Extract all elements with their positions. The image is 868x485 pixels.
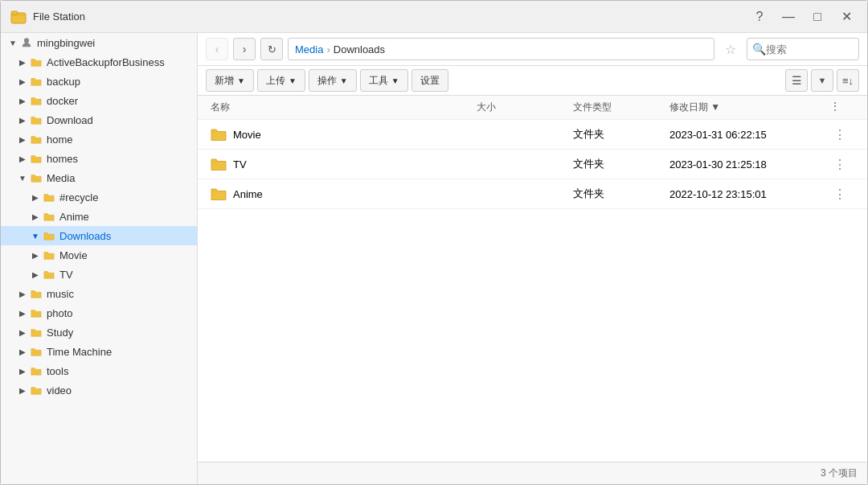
sidebar-root-user[interactable]: mingbingwei — [1, 33, 197, 52]
sidebar-item-recycle[interactable]: #recycle — [1, 187, 197, 207]
action-button[interactable]: 操作 ▼ — [309, 69, 357, 92]
file-row[interactable]: Movie 文件夹 2023-01-31 06:22:15 ⋮ — [198, 120, 867, 150]
sidebar-item-label: video — [47, 384, 72, 397]
settings-label: 设置 — [420, 74, 440, 88]
sidebar-item-movie[interactable]: Movie — [1, 245, 197, 265]
sidebar-item-activebackup[interactable]: ActiveBackupforBusiness — [1, 52, 197, 72]
refresh-button[interactable]: ↻ — [260, 38, 283, 60]
folder-icon — [43, 191, 55, 203]
sidebar-item-video[interactable]: video — [1, 380, 197, 400]
sidebar-item-label: Download — [47, 114, 93, 126]
file-row[interactable]: Anime 文件夹 2022-10-12 23:15:01 ⋮ — [198, 179, 867, 209]
folder-icon — [30, 345, 43, 358]
sidebar-item-music[interactable]: music — [1, 284, 197, 303]
app-title: File Station — [33, 10, 748, 23]
row-more-button[interactable]: ⋮ — [830, 184, 850, 203]
back-button[interactable]: ‹ — [206, 38, 228, 60]
folder-icon — [30, 75, 43, 88]
sidebar-item-tv[interactable]: TV — [1, 265, 197, 284]
arrow — [30, 249, 41, 261]
folder-icon — [30, 384, 43, 397]
sidebar-item-media[interactable]: Media — [1, 168, 197, 187]
root-arrow — [7, 37, 18, 48]
file-name-cell: Movie — [211, 126, 477, 142]
arrow — [30, 230, 41, 241]
sidebar: mingbingwei ActiveBackupforBusiness back… — [1, 33, 198, 484]
sidebar-item-downloads[interactable]: Downloads — [1, 226, 197, 245]
action-bar: 新增 ▼ 上传 ▼ 操作 ▼ 工具 ▼ 设置 — [198, 66, 867, 96]
sidebar-item-home[interactable]: home — [1, 129, 197, 149]
arrow — [17, 95, 28, 106]
col-size[interactable]: 大小 — [477, 101, 573, 114]
navigation-toolbar: ‹ › ↻ Media › Downloads ☆ 🔍 — [198, 33, 867, 66]
folder-icon — [30, 94, 43, 107]
arrow — [17, 134, 28, 145]
row-more-button[interactable]: ⋮ — [830, 125, 850, 144]
sidebar-item-homes[interactable]: homes — [1, 149, 197, 168]
sidebar-item-label: backup — [47, 76, 80, 88]
row-more-button[interactable]: ⋮ — [830, 154, 850, 174]
titlebar: File Station ? — □ ✕ — [1, 1, 867, 33]
svg-point-2 — [24, 38, 29, 43]
bookmark-button[interactable]: ☆ — [719, 38, 742, 60]
sidebar-item-study[interactable]: Study — [1, 323, 197, 342]
list-view-button[interactable]: ☰ — [785, 69, 808, 92]
sidebar-item-anime[interactable]: Anime — [1, 207, 197, 226]
folder-icon — [43, 210, 55, 223]
settings-button[interactable]: 设置 — [411, 69, 448, 92]
arrow — [17, 365, 28, 376]
folder-icon — [30, 326, 43, 339]
maximize-button[interactable]: □ — [806, 6, 829, 28]
folder-icon — [30, 152, 43, 165]
file-row[interactable]: TV 文件夹 2023-01-30 21:25:18 ⋮ — [198, 150, 867, 179]
folder-icon — [211, 186, 227, 202]
col-modified[interactable]: 修改日期 ▼ — [669, 101, 830, 114]
file-modified: 2022-10-12 23:15:01 — [669, 188, 830, 200]
minimize-button[interactable]: — — [777, 6, 800, 28]
new-button[interactable]: 新增 ▼ — [206, 69, 254, 92]
folder-icon — [43, 249, 55, 261]
upload-button[interactable]: 上传 ▼ — [257, 69, 305, 92]
forward-button[interactable]: › — [233, 38, 256, 60]
arrow — [17, 76, 28, 87]
search-icon: 🔍 — [752, 43, 766, 55]
file-modified: 2023-01-30 21:25:18 — [669, 158, 830, 171]
sidebar-item-photo[interactable]: photo — [1, 303, 197, 323]
arrow — [17, 307, 28, 319]
tools-dropdown-arrow: ▼ — [391, 76, 399, 85]
tools-button[interactable]: 工具 ▼ — [360, 69, 408, 92]
search-box: 🔍 — [747, 38, 859, 60]
arrow — [17, 153, 28, 164]
file-type: 文件夹 — [573, 127, 669, 142]
sidebar-item-label: TV — [59, 269, 73, 281]
sidebar-item-backup[interactable]: backup — [1, 72, 197, 91]
item-count: 3 个项目 — [821, 467, 858, 480]
col-modified-label: 修改日期 — [669, 101, 708, 113]
col-type[interactable]: 文件类型 — [573, 101, 669, 114]
sidebar-item-tools[interactable]: tools — [1, 361, 197, 380]
breadcrumb-media[interactable]: Media — [295, 43, 323, 55]
upload-label: 上传 — [266, 74, 285, 88]
search-input[interactable] — [766, 43, 854, 55]
sort-button[interactable]: ≡↓ — [837, 69, 859, 92]
arrow — [17, 327, 28, 338]
sidebar-item-label: music — [47, 288, 74, 300]
help-button[interactable]: ? — [748, 6, 771, 28]
new-label: 新增 — [215, 74, 234, 88]
sidebar-item-label: ActiveBackupforBusiness — [47, 56, 165, 68]
sidebar-item-docker[interactable]: docker — [1, 91, 197, 110]
svg-rect-1 — [11, 11, 18, 14]
file-station-window: File Station ? — □ ✕ mingbingwei — [0, 0, 868, 485]
view-dropdown-button[interactable]: ▼ — [811, 69, 833, 92]
new-dropdown-arrow: ▼ — [237, 76, 245, 85]
folder-icon — [43, 268, 55, 281]
folder-icon — [30, 113, 43, 126]
app-icon — [10, 9, 27, 25]
close-button[interactable]: ✕ — [835, 6, 858, 28]
col-name[interactable]: 名称 — [211, 101, 477, 114]
breadcrumb-separator: › — [326, 43, 330, 55]
sidebar-item-timemachine[interactable]: Time Machine — [1, 342, 197, 361]
sidebar-item-download[interactable]: Download — [1, 110, 197, 129]
folder-icon — [30, 306, 43, 319]
sidebar-item-label: Time Machine — [47, 346, 112, 358]
